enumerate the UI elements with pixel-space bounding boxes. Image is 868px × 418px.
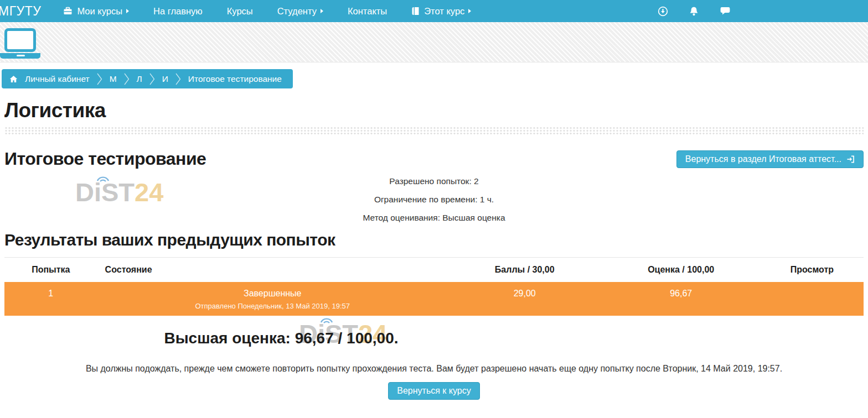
- menu-item-label: Этот курс: [424, 6, 464, 17]
- table-row: 1 Завершенные Отправлено Понедельник, 13…: [4, 282, 864, 316]
- menu-item-label: Курсы: [227, 6, 253, 17]
- state-label: Завершенные: [103, 289, 442, 299]
- bell-icon[interactable]: [689, 6, 699, 17]
- chevron-right-icon: [321, 9, 323, 13]
- cell-attempt-number: 1: [4, 282, 97, 316]
- breadcrumb-item-m[interactable]: М: [110, 74, 117, 84]
- chevron-separator-icon: [175, 72, 181, 86]
- header-marks: Баллы / 30,00: [448, 258, 602, 283]
- table-header-row: Попытка Состояние Баллы / 30,00 Оценка /…: [4, 258, 864, 283]
- laptop-icon-base: [0, 53, 40, 59]
- back-to-course-button[interactable]: Вернуться к курсу: [388, 382, 479, 400]
- chevron-right-icon: [126, 9, 129, 13]
- navbar-actions: [658, 6, 731, 17]
- results-heading: Результаты ваших предыдущих попыток: [4, 231, 864, 249]
- brand-logo[interactable]: МГУТУ: [0, 4, 51, 19]
- quiz-heading: Итоговое тестирование: [4, 149, 206, 169]
- menu-item-my-courses[interactable]: Мои курсы: [51, 0, 141, 22]
- cell-state: Завершенные Отправлено Понедельник, 13 М…: [97, 282, 448, 316]
- dotted-divider: [4, 127, 864, 135]
- menu-item-this-course[interactable]: Этот курс: [399, 0, 483, 22]
- chevron-separator-icon: [97, 72, 102, 86]
- menu-item-courses[interactable]: Курсы: [215, 0, 265, 22]
- header-attempt: Попытка: [4, 258, 97, 283]
- breadcrumb-item-l[interactable]: Л: [137, 74, 142, 84]
- state-submitted-date: Отправлено Понедельник, 13 Май 2019, 19:…: [103, 302, 442, 310]
- menu-item-label: Контакты: [348, 6, 387, 17]
- breadcrumb: Личный кабинет М Л И Итоговое тестирован…: [2, 69, 293, 88]
- quiz-info-attempts: Разрешено попыток: 2: [4, 176, 864, 186]
- quiz-info-time-limit: Ограничение по времени: 1 ч.: [4, 194, 864, 205]
- breadcrumb-item-final-test: Итоговое тестирование: [188, 74, 282, 84]
- cell-review: [761, 282, 864, 316]
- briefcase-icon: [63, 7, 73, 15]
- final-grade-text: Высшая оценка: 96,67 / 100,00.: [4, 330, 558, 347]
- attempts-table: Попытка Состояние Баллы / 30,00 Оценка /…: [4, 257, 864, 316]
- back-to-section-label: Вернуться в раздел Итоговая аттест...: [685, 154, 841, 164]
- header-grade: Оценка / 100,00: [602, 258, 761, 283]
- header-state: Состояние: [97, 258, 448, 283]
- quiz-info-grading-method: Метод оценивания: Высшая оценка: [4, 212, 864, 223]
- sign-in-icon: [846, 155, 855, 163]
- breadcrumb-item-dashboard[interactable]: Личный кабинет: [25, 74, 90, 84]
- cell-grade: 96,67: [602, 282, 761, 316]
- menu-item-label: Студенту: [277, 6, 317, 17]
- home-icon[interactable]: [9, 75, 18, 83]
- book-icon: [411, 7, 420, 15]
- circle-down-arrow-icon[interactable]: [658, 6, 668, 17]
- menu-item-student[interactable]: Студенту: [265, 0, 335, 22]
- back-to-section-button[interactable]: Вернуться в раздел Итоговая аттест...: [676, 150, 864, 168]
- menu-item-label: Мои курсы: [77, 6, 122, 17]
- quiz-info: DiST24 Разрешено попыток: 2 Ограничение …: [4, 176, 864, 223]
- chat-icon[interactable]: [720, 6, 731, 16]
- top-navbar: МГУТУ Мои курсы На главную Курсы Студент…: [0, 0, 868, 22]
- cell-marks: 29,00: [448, 282, 602, 316]
- chevron-separator-icon: [149, 72, 155, 86]
- menu-item-label: На главную: [153, 6, 203, 17]
- menu-item-contacts[interactable]: Контакты: [335, 0, 399, 22]
- menu-item-home[interactable]: На главную: [141, 0, 215, 22]
- header-review: Просмотр: [761, 258, 864, 283]
- header-banner: [0, 22, 868, 62]
- wait-message: Вы должны подождать, прежде чем сможете …: [4, 364, 864, 374]
- page-title: Логистика: [4, 99, 864, 122]
- breadcrumb-item-i[interactable]: И: [162, 74, 168, 84]
- chevron-separator-icon: [124, 72, 130, 86]
- laptop-icon[interactable]: [4, 28, 36, 52]
- main-menu: Мои курсы На главную Курсы Студенту Конт…: [51, 0, 483, 22]
- chevron-right-icon: [468, 9, 471, 13]
